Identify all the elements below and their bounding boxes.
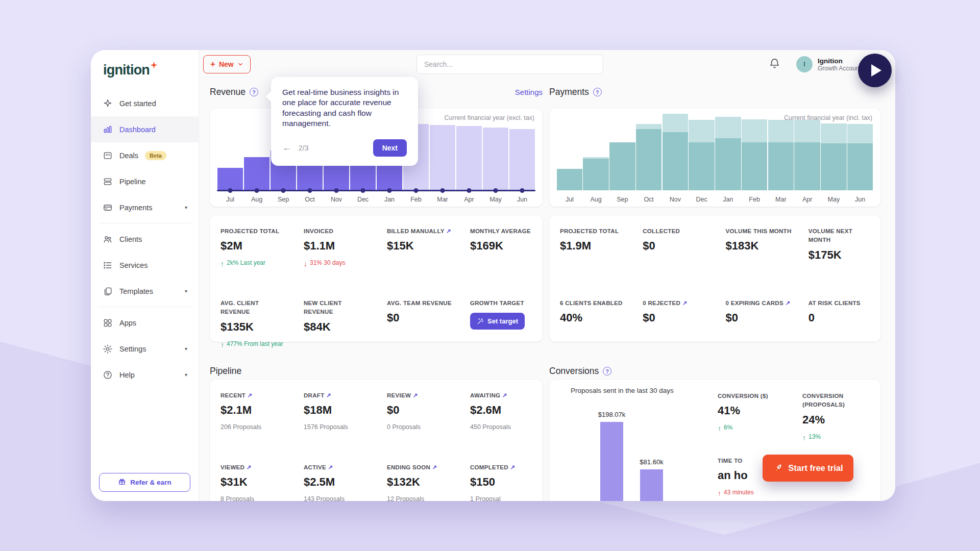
open-stat-icon[interactable]: ↗ — [500, 392, 507, 398]
refer-earn-button[interactable]: Refer & earn — [99, 473, 190, 492]
sidebar-item-label: Clients — [119, 235, 142, 243]
bar-jul[interactable] — [217, 114, 243, 190]
open-stat-icon[interactable]: ↗ — [324, 392, 331, 398]
set-target-button[interactable]: Set target — [470, 313, 525, 330]
sidebar-item-deals[interactable]: Deals Beta — [91, 142, 199, 168]
collected-segment — [742, 142, 768, 190]
bar-mar[interactable] — [429, 114, 456, 190]
set-target-label: Set target — [487, 317, 518, 325]
bar-dec[interactable] — [689, 114, 715, 190]
revenue-settings-link[interactable]: Settings — [515, 88, 543, 96]
stat-sub: 206 Proposals — [220, 423, 287, 431]
stat-delta-text: 13% — [808, 433, 821, 441]
sidebar-item-settings[interactable]: Settings ▾ — [91, 336, 199, 362]
proposal-bar[interactable]: $81.60k6 Accepted — [640, 469, 663, 501]
stat-cell: PROJECTED TOTAL$2M↑2k% Last year — [210, 227, 293, 287]
sidebar-item-get-started[interactable]: Get started — [91, 90, 199, 116]
sidebar-item-help[interactable]: Help ▾ — [91, 362, 199, 388]
refer-earn-label: Refer & earn — [130, 479, 171, 486]
bar-aug[interactable] — [583, 114, 609, 190]
bar-oct[interactable] — [635, 114, 662, 190]
stat-value: $31K — [220, 475, 287, 489]
stat-label: AVG. CLIENT REVENUE — [220, 299, 287, 317]
open-stat-icon[interactable]: ↗ — [444, 228, 451, 234]
open-stat-icon[interactable]: ↗ — [508, 464, 515, 470]
start-free-trial-button[interactable]: Start free trial — [763, 455, 853, 482]
stat-value: $132K — [387, 475, 453, 489]
bar-sep[interactable] — [609, 114, 636, 190]
month-label: Oct — [297, 196, 323, 203]
bar-aug[interactable] — [243, 114, 270, 190]
stat-label: 0 EXPIRING CARDS ↗ — [726, 299, 792, 308]
sidebar-item-templates[interactable]: Templates ▾ — [91, 278, 199, 304]
open-stat-icon[interactable]: ↗ — [326, 464, 333, 470]
open-stat-icon[interactable]: ↗ — [246, 392, 252, 398]
gear-icon — [102, 343, 113, 354]
bar-jan[interactable] — [715, 114, 742, 190]
bar-apr[interactable] — [456, 114, 482, 190]
chevron-down-icon: ▾ — [185, 346, 187, 352]
bar-apr[interactable] — [794, 114, 821, 190]
sidebar-item-pipeline[interactable]: Pipeline — [91, 168, 199, 194]
bar-jul[interactable] — [556, 114, 583, 190]
sidebar-item-dashboard[interactable]: Dashboard — [91, 116, 199, 142]
onboarding-tooltip: Get real-time business insights in one p… — [271, 77, 418, 166]
axis-dot — [494, 188, 498, 193]
stat-label: BILLED MANUALLY ↗ — [387, 227, 453, 236]
stat-cell: GROWTH TARGETSet target — [459, 299, 543, 359]
bar-jun[interactable] — [509, 114, 535, 190]
stat-cell: 0 EXPIRING CARDS ↗$0 — [715, 299, 798, 359]
sidebar-item-services[interactable]: Services — [91, 252, 199, 278]
people-icon — [102, 234, 113, 244]
next-button[interactable]: Next — [373, 139, 407, 157]
open-stat-icon[interactable]: ↗ — [783, 300, 790, 306]
beta-badge: Beta — [145, 151, 166, 160]
axis-dot — [281, 188, 286, 193]
main-area: + New I Ignition Growth Account Revenue … — [199, 50, 895, 501]
logo-wordmark: ignition — [103, 62, 150, 78]
open-stat-icon[interactable]: ↗ — [680, 300, 687, 306]
stat-sub: 1576 Proposals — [304, 423, 370, 431]
bar-chart-icon — [102, 124, 113, 135]
month-label: Mar — [768, 196, 794, 203]
forecast-segment — [456, 126, 482, 190]
conversions-help-icon[interactable]: ? — [603, 367, 611, 375]
app-logo[interactable]: ignition — [91, 50, 199, 78]
back-arrow-icon[interactable]: ← — [282, 142, 291, 153]
sidebar-item-payments[interactable]: Payments ▾ — [91, 194, 199, 220]
collected-segment — [847, 143, 873, 190]
notifications-button[interactable] — [769, 58, 780, 71]
list-icon — [102, 260, 113, 270]
stat-sub: 1 Proposal — [470, 495, 536, 501]
bar-jun[interactable] — [847, 114, 873, 190]
stat-value: 0 — [808, 311, 874, 324]
open-stat-icon[interactable]: ↗ — [411, 392, 418, 398]
collected-segment — [689, 142, 715, 190]
sidebar-item-apps[interactable]: Apps — [91, 310, 199, 336]
new-button[interactable]: + New — [203, 55, 251, 73]
sidebar-item-clients[interactable]: Clients — [91, 226, 199, 252]
search-input[interactable] — [416, 55, 603, 74]
bar-may[interactable] — [482, 114, 509, 190]
stat-value: $2.1M — [220, 404, 287, 417]
pipeline-title: Pipeline — [210, 366, 241, 377]
open-stat-icon[interactable]: ↗ — [430, 464, 437, 470]
revenue-help-icon[interactable]: ? — [250, 88, 258, 96]
bar-mar[interactable] — [768, 114, 794, 190]
expected-segment — [821, 123, 847, 143]
bar-feb[interactable] — [741, 114, 768, 190]
stat-value: $1.9M — [560, 239, 626, 253]
bar-may[interactable] — [821, 114, 847, 190]
play-button[interactable] — [858, 54, 892, 87]
stat-delta-text: 477% From last year — [227, 340, 283, 348]
stat-cell: AVG. TEAM REVENUE$0 — [376, 299, 459, 359]
open-stat-icon[interactable]: ↗ — [244, 464, 251, 470]
payments-help-icon[interactable]: ? — [593, 88, 602, 96]
proposal-bar[interactable]: $198.07k25 Sent — [600, 422, 623, 501]
stat-label: GROWTH TARGET — [470, 299, 536, 308]
bar-nov[interactable] — [662, 114, 689, 190]
forecast-segment — [483, 128, 509, 190]
stat-value: 41% — [718, 404, 802, 417]
sidebar-nav: Get started Dashboard Deals Beta Pipelin… — [91, 90, 199, 388]
stat-delta: ↑6% — [718, 424, 781, 433]
